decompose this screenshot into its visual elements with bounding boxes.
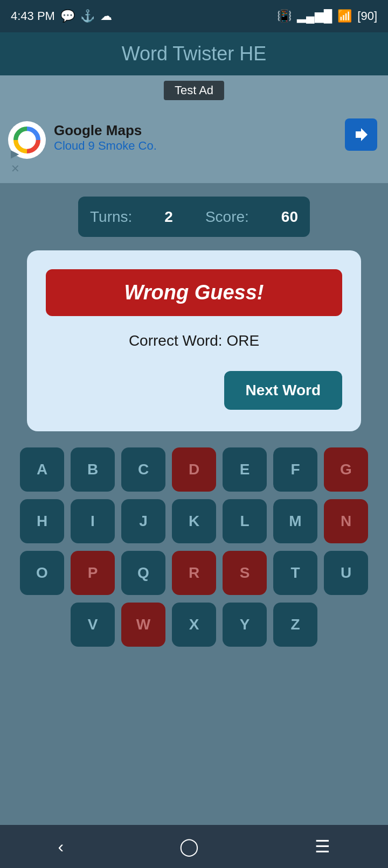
- keyboard-row-2: OPQRSTU: [11, 551, 377, 595]
- ad-controls[interactable]: ▶ ✕: [11, 147, 20, 175]
- wrong-guess-banner: Wrong Guess!: [46, 269, 342, 316]
- next-word-button[interactable]: Next Word: [224, 371, 343, 410]
- signal-icon: ▂▄▆█: [297, 9, 332, 23]
- ad-play-icon[interactable]: ▶: [11, 147, 20, 160]
- key-t[interactable]: T: [273, 551, 317, 595]
- ad-text: Google Maps Cloud 9 Smoke Co.: [54, 122, 157, 153]
- key-n[interactable]: N: [324, 499, 368, 543]
- key-e[interactable]: E: [223, 447, 267, 492]
- score-label: Score:: [205, 208, 249, 226]
- ad-close-icon[interactable]: ✕: [11, 162, 20, 175]
- ad-test-label: Test Ad: [164, 81, 224, 100]
- score-value: 60: [281, 208, 298, 226]
- key-v[interactable]: V: [71, 603, 115, 647]
- key-x[interactable]: X: [172, 603, 216, 647]
- key-o[interactable]: O: [20, 551, 64, 595]
- status-bar-left: 4:43 PM 💬 ⚓ ☁: [11, 9, 112, 23]
- vibrate-icon: 📳: [277, 9, 292, 23]
- key-c[interactable]: C: [121, 447, 165, 492]
- back-button[interactable]: ‹: [58, 837, 64, 857]
- key-r[interactable]: R: [172, 551, 216, 595]
- key-f[interactable]: F: [273, 447, 317, 492]
- key-u[interactable]: U: [324, 551, 368, 595]
- battery-display: [90]: [357, 9, 377, 23]
- turns-value: 2: [164, 208, 173, 226]
- nav-bar: ‹ ◯ ☰: [0, 825, 388, 868]
- keyboard-row-0: ABCDEFG: [11, 447, 377, 492]
- key-w[interactable]: W: [121, 603, 165, 647]
- key-p[interactable]: P: [71, 551, 115, 595]
- key-y[interactable]: Y: [223, 603, 267, 647]
- key-g[interactable]: G: [324, 447, 368, 492]
- cloud-icon: ☁: [100, 9, 112, 23]
- menu-button[interactable]: ☰: [315, 836, 330, 857]
- key-z[interactable]: Z: [273, 603, 317, 647]
- key-i[interactable]: I: [71, 499, 115, 543]
- status-bar: 4:43 PM 💬 ⚓ ☁ 📳 ▂▄▆█ 📶 [90]: [0, 0, 388, 32]
- key-h[interactable]: H: [20, 499, 64, 543]
- status-bar-right: 📳 ▂▄▆█ 📶 [90]: [277, 9, 377, 23]
- ad-nav-arrow-icon[interactable]: [345, 118, 377, 151]
- key-k[interactable]: K: [172, 499, 216, 543]
- ad-banner[interactable]: Test Ad Google Maps Cloud 9 Smoke Co. ▶ …: [0, 75, 388, 183]
- turn-right-icon: [351, 125, 371, 144]
- turns-label: Turns:: [90, 208, 132, 226]
- dialog-card: Wrong Guess! Correct Word: ORE Next Word: [27, 250, 361, 431]
- key-l[interactable]: L: [223, 499, 267, 543]
- wrong-guess-text: Wrong Guess!: [124, 281, 264, 304]
- app-title-bar: Word Twister HE: [0, 32, 388, 75]
- ad-business-name: Google Maps: [54, 122, 157, 139]
- key-d[interactable]: D: [172, 447, 216, 492]
- app-title: Word Twister HE: [122, 43, 267, 65]
- key-q[interactable]: Q: [121, 551, 165, 595]
- keyboard-row-1: HIJKLMN: [11, 499, 377, 543]
- wifi-icon: 📶: [337, 9, 352, 23]
- time-display: 4:43 PM: [11, 9, 55, 23]
- key-b[interactable]: B: [71, 447, 115, 492]
- home-button[interactable]: ◯: [179, 836, 199, 857]
- score-bar: Turns: 2 Score: 60: [78, 197, 310, 237]
- usb-icon: ⚓: [80, 9, 95, 23]
- key-s[interactable]: S: [223, 551, 267, 595]
- whatsapp-icon: 💬: [60, 9, 75, 23]
- ad-business-subtitle: Cloud 9 Smoke Co.: [54, 139, 157, 153]
- key-a[interactable]: A: [20, 447, 64, 492]
- keyboard-row-3: VWXYZ: [11, 603, 377, 647]
- key-m[interactable]: M: [273, 499, 317, 543]
- key-j[interactable]: J: [121, 499, 165, 543]
- keyboard-container: ABCDEFGHIJKLMNOPQRSTUVWXYZ: [0, 431, 388, 665]
- correct-word-display: Correct Word: ORE: [46, 332, 342, 349]
